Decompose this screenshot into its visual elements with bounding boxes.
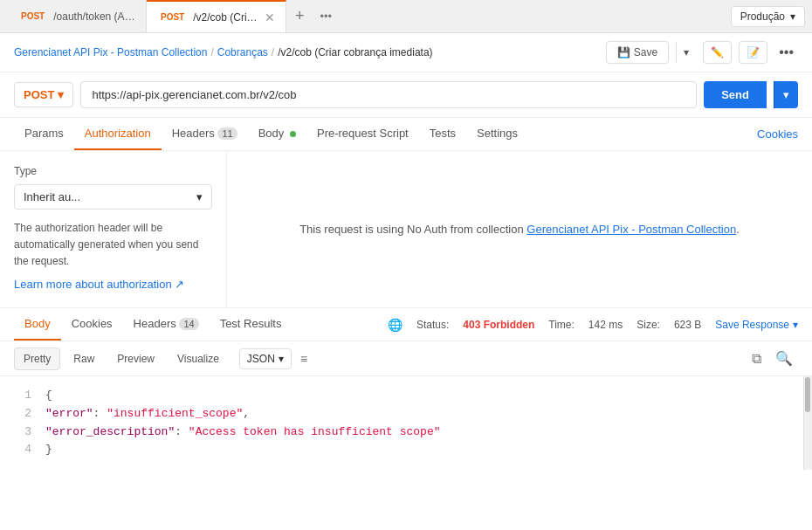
url-bar: POST ▾ Send ▾ xyxy=(0,72,812,118)
response-tabs: Body Cookies Headers 14 Test Results 🌐 S… xyxy=(0,308,812,341)
resp-tab-cookies[interactable]: Cookies xyxy=(61,308,123,341)
chevron-down-icon: ▾ xyxy=(279,353,284,365)
tab-name-2: /v2/cob (Criar co... xyxy=(193,11,259,24)
method-value: POST xyxy=(24,88,54,101)
external-link-icon: ↗ xyxy=(175,278,184,291)
type-value: Inherit au... xyxy=(24,190,80,203)
time-label: Time: xyxy=(548,319,575,331)
tab-more-button[interactable]: ••• xyxy=(313,10,340,23)
note-button[interactable]: 📝 xyxy=(739,41,767,64)
tab-params[interactable]: Params xyxy=(14,118,74,150)
code-val-error: "insufficient_scope" xyxy=(107,407,243,420)
type-selector[interactable]: Inherit au... ▾ xyxy=(14,184,212,210)
tab-pre-request[interactable]: Pre-request Script xyxy=(306,118,419,150)
format-selector[interactable]: JSON ▾ xyxy=(239,348,292,369)
auth-note: The authorization header will be automat… xyxy=(14,220,212,271)
line-num-2: 2 xyxy=(14,405,31,423)
more-options-button[interactable]: ••• xyxy=(774,40,798,65)
method-selector[interactable]: POST ▾ xyxy=(14,82,73,107)
resp-tab-headers[interactable]: Headers 14 xyxy=(123,308,210,341)
code-area: 1 { 2 "error": "insufficient_scope", 3 "… xyxy=(0,376,812,470)
resp-tab-test-results[interactable]: Test Results xyxy=(210,308,292,341)
send-button[interactable]: Send xyxy=(704,81,767,108)
line-num-1: 1 xyxy=(14,387,31,405)
close-tab-icon[interactable]: ✕ xyxy=(265,10,275,24)
line-num-3: 3 xyxy=(14,423,31,442)
tab-headers[interactable]: Headers 11 xyxy=(162,118,248,150)
tab-headers-label: Headers xyxy=(172,127,215,140)
code-actions: ⧉ 🔍 xyxy=(747,347,798,370)
line-num-4: 4 xyxy=(14,441,31,459)
learn-more-link[interactable]: Learn more about authorization ↗ xyxy=(14,278,184,291)
code-line-1: 1 { xyxy=(14,387,798,405)
response-status: 🌐 Status: 403 Forbidden Time: 142 ms Siz… xyxy=(388,318,798,332)
copy-button[interactable]: ⧉ xyxy=(747,348,767,370)
save-label: Save xyxy=(634,46,657,59)
tab-body-label: Body xyxy=(258,127,285,140)
scrollbar-track[interactable] xyxy=(803,376,812,470)
edit-button[interactable]: ✏️ xyxy=(703,41,732,64)
body-dot-indicator xyxy=(290,131,296,137)
preview-tab[interactable]: Preview xyxy=(107,348,164,370)
scrollbar-thumb[interactable] xyxy=(805,377,810,412)
tab-tests[interactable]: Tests xyxy=(419,118,466,150)
collection-link[interactable]: Gerencianet API Pix - Postman Collection xyxy=(526,223,736,236)
code-line-2: 2 "error": "insufficient_scope", xyxy=(14,405,798,423)
auth-center-prefix: This request is using No Auth from colle… xyxy=(299,223,526,236)
size-value: 623 B xyxy=(674,319,701,331)
breadcrumb-part2[interactable]: Cobranças xyxy=(217,46,268,59)
search-button[interactable]: 🔍 xyxy=(770,347,798,370)
tab-oauth[interactable]: POST /oauth/token (Au... xyxy=(7,0,147,32)
breadcrumb-sep1: / xyxy=(210,46,213,59)
tab-v2cob[interactable]: POST /v2/cob (Criar co... ✕ xyxy=(147,0,286,32)
code-key-error-desc: "error_description" xyxy=(45,425,175,438)
environment-selector[interactable]: Produção ▾ xyxy=(731,6,805,27)
auth-left-panel: Type Inherit au... ▾ The authorization h… xyxy=(0,151,227,307)
tab-cookies-link[interactable]: Cookies xyxy=(757,127,798,141)
resp-headers-label: Headers xyxy=(134,317,176,330)
breadcrumb-current: /v2/cob (Criar cobrança imediata) xyxy=(278,46,432,59)
code-line-4: 4 } xyxy=(14,441,798,459)
auth-content: Type Inherit au... ▾ The authorization h… xyxy=(0,151,812,308)
raw-tab[interactable]: Raw xyxy=(64,348,104,370)
learn-more-text: Learn more about authorization xyxy=(14,278,172,291)
tab-body[interactable]: Body xyxy=(248,118,306,150)
tab-settings[interactable]: Settings xyxy=(466,118,528,150)
auth-center-end: . xyxy=(736,223,740,236)
note-icon: 📝 xyxy=(747,46,760,59)
tab-authorization[interactable]: Authorization xyxy=(74,118,162,150)
resp-headers-count: 14 xyxy=(179,318,198,330)
tab-bar: POST /oauth/token (Au... POST /v2/cob (C… xyxy=(0,0,812,33)
save-response-button[interactable]: Save Response ▾ xyxy=(715,319,798,331)
globe-icon: 🌐 xyxy=(388,318,403,332)
tab-name-1: /oauth/token (Au... xyxy=(53,10,135,23)
code-line-3: 3 "error_description": "Access token has… xyxy=(14,423,798,442)
send-dropdown-button[interactable]: ▾ xyxy=(774,81,798,108)
save-button[interactable]: 💾 Save xyxy=(606,41,669,64)
code-key-error: "error" xyxy=(45,407,93,420)
edit-icon: ✏️ xyxy=(711,46,724,59)
save-icon: 💾 xyxy=(617,46,630,59)
breadcrumb: Gerencianet API Pix - Postman Collection… xyxy=(0,33,812,72)
url-input[interactable] xyxy=(80,81,697,108)
visualize-tab[interactable]: Visualize xyxy=(168,348,229,370)
chevron-down-icon: ▾ xyxy=(790,10,795,23)
auth-right-panel: This request is using No Auth from colle… xyxy=(227,151,812,307)
save-dropdown-button[interactable]: ▾ xyxy=(676,42,696,63)
request-tabs: Params Authorization Headers 11 Body Pre… xyxy=(0,118,812,151)
time-value: 142 ms xyxy=(588,319,623,331)
code-val-error-desc: "Access token has insufficient scope" xyxy=(189,425,441,438)
status-value: 403 Forbidden xyxy=(463,319,534,331)
breadcrumb-part1[interactable]: Gerencianet API Pix - Postman Collection xyxy=(14,46,207,59)
pretty-tab[interactable]: Pretty xyxy=(14,348,60,370)
chevron-down-icon: ▾ xyxy=(793,319,798,331)
env-label: Produção xyxy=(740,10,785,23)
tab-method-1: POST xyxy=(17,10,48,22)
wrap-lines-button[interactable]: ≡ xyxy=(295,348,313,369)
save-response-label: Save Response xyxy=(715,319,789,331)
add-tab-button[interactable]: + xyxy=(286,7,313,25)
resp-tab-body[interactable]: Body xyxy=(14,308,61,341)
type-label: Type xyxy=(14,165,212,177)
tab-method-2: POST xyxy=(157,11,188,23)
status-label: Status: xyxy=(416,319,449,331)
